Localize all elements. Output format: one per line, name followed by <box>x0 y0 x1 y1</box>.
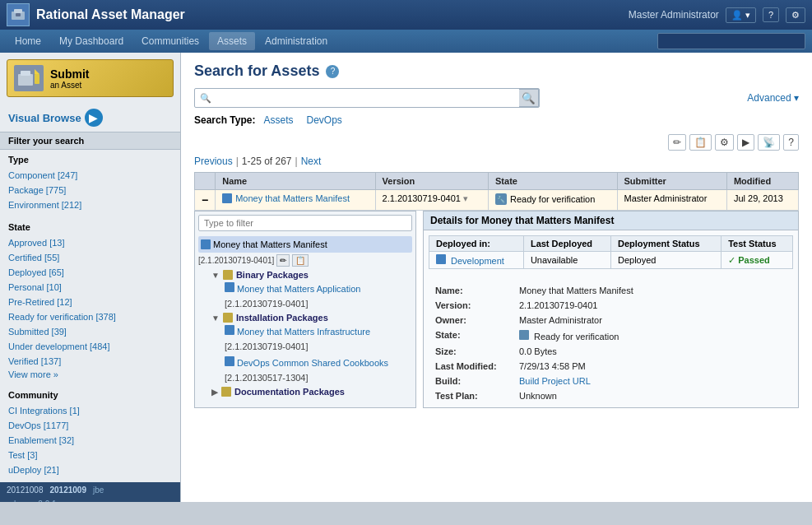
filter-deployed[interactable]: Deployed [65] <box>8 265 172 280</box>
toolbar-feed-btn[interactable]: 📡 <box>758 134 780 151</box>
asset-name-link[interactable]: Money that Matters Manifest <box>235 193 350 203</box>
settings-button[interactable]: ⚙ <box>786 7 805 23</box>
meta-build-value: Build Project URL <box>516 374 790 388</box>
filter-ci-integrations[interactable]: CI Integrations [1] <box>8 403 172 418</box>
footer-num1: 20121008 <box>7 486 44 495</box>
last-deployed-col: Last Deployed <box>523 236 610 252</box>
tree-install-item-0[interactable]: Money that Matters Infrastructure [2.1.2… <box>225 324 412 354</box>
footer-label: jbe <box>93 486 104 495</box>
pagination-prev[interactable]: Previous <box>194 156 233 167</box>
version-value: 2.1.20130719-0401 <box>383 193 461 203</box>
search-type-row: Search Type: Assets DevOps <box>194 114 799 126</box>
search-type-label: Search Type: <box>194 114 255 126</box>
collapse-icon: ▼ <box>211 271 220 280</box>
filter-under-development[interactable]: Under development [484] <box>8 339 172 354</box>
tree-binary-item[interactable]: Money that Matters Application [2.1.2013… <box>225 281 412 311</box>
installation-packages-label: Installation Packages <box>236 313 328 323</box>
visual-browse-button[interactable]: ▶ <box>85 109 103 127</box>
pagination-range: 1-25 of 267 <box>242 156 292 167</box>
results-table: Name Version State Submitter Modified − … <box>194 172 799 211</box>
meta-lastmod-row: Last Modified: 7/29/13 4:58 PM <box>432 360 790 373</box>
install-item-name-0: Money that Matters Infrastructure <box>237 327 370 337</box>
svg-marker-5 <box>35 69 39 74</box>
tree-copy-btn[interactable]: 📋 <box>292 254 309 267</box>
filter-enablement[interactable]: Enablement [32] <box>8 433 172 448</box>
nav-search-input[interactable] <box>657 33 805 49</box>
nav-dashboard[interactable]: My Dashboard <box>51 32 132 50</box>
page-title-row: Search for Assets ? <box>194 63 799 80</box>
pagination-next[interactable]: Next <box>301 156 322 167</box>
binary-packages-label: Binary Packages <box>236 270 309 280</box>
page-title: Search for Assets <box>194 63 319 80</box>
filter-ready-for-verification[interactable]: Ready for verification [378] <box>8 309 172 324</box>
col-submitter[interactable]: Submitter <box>617 173 726 190</box>
meta-owner-row: Owner: Master Administrator <box>432 314 790 327</box>
filter-submitted[interactable]: Submitted [39] <box>8 324 172 339</box>
tree-filter-input[interactable] <box>198 215 412 231</box>
meta-lastmod-value: 7/29/13 4:58 PM <box>516 360 790 373</box>
meta-size-row: Size: 0.0 Bytes <box>432 345 790 358</box>
filter-approved[interactable]: Approved [13] <box>8 235 172 250</box>
env-link[interactable]: Development <box>451 256 504 266</box>
state-icon: 🔧 <box>495 193 507 205</box>
toolbar-help-btn[interactable]: ? <box>783 134 799 151</box>
toolbar-edit-btn[interactable]: ✏ <box>668 134 686 151</box>
col-expand <box>195 173 216 190</box>
tree-selected-node[interactable]: Money that Matters Manifest [2.1.2013071… <box>198 236 412 268</box>
col-version[interactable]: Version <box>375 173 488 190</box>
documentation-packages-label: Documentation Packages <box>234 387 345 397</box>
detail-right-panel: Details for Money that Matters Manifest … <box>423 211 799 408</box>
table-row: − Money that Matters Manifest 2.1.201307… <box>195 190 799 211</box>
passed-label: Passed <box>738 255 770 265</box>
binary-item-version: [2.1.20130719-0401] <box>225 299 309 309</box>
filter-environment[interactable]: Environment [212] <box>8 197 172 212</box>
nav-administration[interactable]: Administration <box>257 32 336 50</box>
nav-communities[interactable]: Communities <box>133 32 207 50</box>
filter-verified[interactable]: Verified [137] <box>8 354 172 369</box>
filter-udeploy[interactable]: uDeploy [21] <box>8 462 172 477</box>
search-icon: 🔍 <box>195 91 216 106</box>
meta-state-icon <box>519 330 529 340</box>
search-type-devops[interactable]: DevOps <box>302 114 347 126</box>
meta-owner-value: Master Administrator <box>516 314 790 327</box>
col-state[interactable]: State <box>489 173 618 190</box>
filter-personal[interactable]: Personal [10] <box>8 280 172 295</box>
meta-state-label: State: <box>432 328 514 343</box>
toolbar-export-btn[interactable]: ▶ <box>737 134 754 151</box>
submit-asset-button[interactable]: Submit an Asset <box>7 59 174 97</box>
filter-certified[interactable]: Certified [55] <box>8 250 172 265</box>
view-more-link[interactable]: View more » <box>8 369 58 379</box>
nav-home[interactable]: Home <box>7 32 49 50</box>
filter-type-section: Type Component [247] Package [775] Envir… <box>0 150 180 217</box>
toolbar-copy-btn[interactable]: 📋 <box>689 134 712 151</box>
meta-owner-label: Owner: <box>432 314 514 327</box>
build-url-link[interactable]: Build Project URL <box>519 376 591 386</box>
filter-header: Filter your search <box>0 132 180 150</box>
advanced-link[interactable]: Advanced ▾ <box>747 92 799 104</box>
help-button[interactable]: ? <box>763 7 779 22</box>
col-modified[interactable]: Modified <box>726 173 798 190</box>
search-type-assets[interactable]: Assets <box>258 114 298 126</box>
tree-selected-name: Money that Matters Manifest <box>213 237 327 252</box>
toolbar-columns-btn[interactable]: ⚙ <box>715 134 734 151</box>
tree-install-item-1[interactable]: DevOps Common Shared Cookbooks [2.1.2013… <box>225 355 412 385</box>
row-expand-cell[interactable]: − <box>195 190 216 211</box>
filter-test[interactable]: Test [3] <box>8 448 172 462</box>
filter-package[interactable]: Package [775] <box>8 183 172 197</box>
meta-build-label: Build: <box>432 374 514 388</box>
filter-pre-retired[interactable]: Pre-Retired [12] <box>8 295 172 309</box>
tree-doc-section: ▶ Documentation Packages <box>211 385 412 398</box>
user-menu-button[interactable]: 👤 ▾ <box>726 7 756 23</box>
page-help-icon[interactable]: ? <box>326 65 339 78</box>
search-go-button[interactable]: 🔍 <box>519 89 539 107</box>
tree-pkg-icon <box>201 239 211 249</box>
tree-edit-btn[interactable]: ✏ <box>276 254 290 267</box>
filter-devops[interactable]: DevOps [1177] <box>8 418 172 433</box>
visual-browse-row: Visual Browse ▶ <box>0 104 180 132</box>
search-input[interactable] <box>216 89 519 107</box>
filter-component[interactable]: Component [247] <box>8 168 172 183</box>
col-name[interactable]: Name <box>216 173 375 190</box>
version-dropdown[interactable]: ▾ <box>463 193 468 203</box>
meta-version-value: 2.1.20130719-0401 <box>516 299 790 312</box>
nav-assets[interactable]: Assets <box>209 32 255 50</box>
